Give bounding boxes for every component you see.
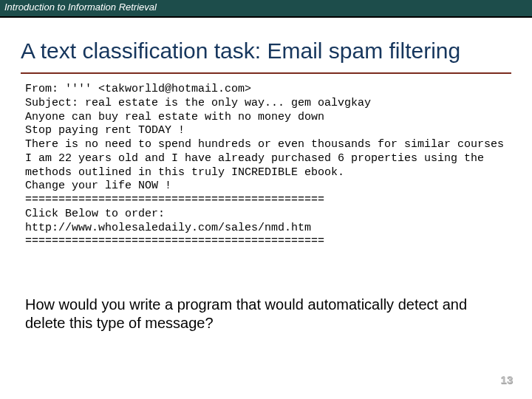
slide: Introduction to Information Retrieval A … bbox=[0, 0, 532, 399]
page-number: 13 bbox=[500, 373, 513, 386]
email-line: Change your life NOW ! bbox=[25, 180, 171, 192]
email-line: Anyone can buy real estate with no money… bbox=[25, 111, 324, 123]
title-underline bbox=[21, 72, 511, 74]
email-line: There is no need to spend hundreds or ev… bbox=[25, 138, 504, 151]
email-line: Click Below to order: bbox=[25, 208, 165, 220]
email-line: Stop paying rent TODAY ! bbox=[25, 124, 185, 137]
email-sample: From: '''' <takworlld@hotmail.com> Subje… bbox=[25, 83, 510, 249]
email-separator: ========================================… bbox=[25, 194, 324, 206]
email-separator: ========================================… bbox=[25, 235, 324, 248]
course-title: Introduction to Information Retrieval bbox=[0, 0, 532, 13]
email-link-text: http://www.wholesaledaily.com/sales/nmd.… bbox=[25, 222, 311, 234]
slide-title: A text classification task: Email spam f… bbox=[21, 38, 517, 63]
email-line: I am 22 years old and I have already pur… bbox=[25, 152, 484, 165]
header-bar: Introduction to Information Retrieval bbox=[0, 0, 532, 18]
email-from: From: '''' <takworlld@hotmail.com> bbox=[25, 83, 251, 95]
email-subject: Subject: real estate is the only way... … bbox=[25, 97, 371, 109]
email-line: methods outlined in this truly INCREDIBL… bbox=[25, 166, 344, 179]
question-text: How would you write a program that would… bbox=[25, 296, 495, 332]
